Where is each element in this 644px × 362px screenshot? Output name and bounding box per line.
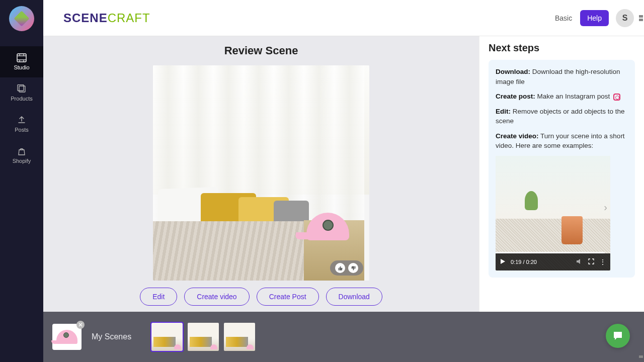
bag-icon — [17, 147, 26, 156]
step-create-post: Create post: Make an Instagram post — [496, 92, 628, 102]
remove-product-button[interactable] — [76, 321, 85, 329]
step-edit: Edit: Remove objects or add objects to t… — [496, 107, 628, 126]
header: SCENECRAFT Basic Help S — [0, 0, 644, 36]
download-button[interactable]: Download — [326, 288, 382, 306]
wordmark: SCENECRAFT — [63, 11, 150, 25]
right-panel: Next steps Download: Download the high-r… — [479, 36, 644, 312]
svg-rect-7 — [19, 86, 25, 92]
upload-icon — [17, 116, 26, 125]
step-download: Download: Download the high-resolution i… — [496, 67, 628, 86]
fullscreen-icon — [588, 258, 594, 264]
svg-rect-8 — [18, 85, 24, 91]
nav-label: Shopify — [13, 158, 31, 164]
play-icon — [500, 258, 506, 264]
nav-shopify[interactable]: Shopify — [0, 140, 43, 171]
scrollbar-down-icon[interactable] — [639, 355, 643, 358]
product-thumbnail[interactable] — [52, 324, 82, 350]
thumbs-down-button[interactable] — [348, 263, 358, 273]
scrollbar-up-icon[interactable] — [639, 15, 643, 21]
chat-icon — [612, 330, 624, 342]
volume-button[interactable] — [576, 258, 583, 265]
chat-button[interactable] — [606, 324, 630, 348]
scene-preview — [153, 65, 369, 281]
left-nav: Studio Products Posts Shopify — [0, 0, 43, 362]
nav-studio[interactable]: Studio — [0, 46, 43, 77]
action-row: Edit Create video Create Post Download — [140, 288, 382, 306]
scene-thumb-1[interactable] — [151, 323, 183, 351]
rating-pill — [330, 260, 363, 276]
scene-thumb-3[interactable] — [224, 323, 255, 351]
example-video[interactable]: › 0:19 / 0:20 ⋮ — [496, 156, 610, 270]
volume-icon — [576, 258, 583, 264]
center-panel: Review Scene Edit Create video — [43, 36, 479, 312]
avatar[interactable]: S — [616, 9, 634, 27]
fullscreen-button[interactable] — [588, 258, 594, 265]
thumbs-up-button[interactable] — [335, 263, 345, 273]
plan-label[interactable]: Basic — [555, 14, 572, 22]
nav-posts[interactable]: Posts — [0, 109, 43, 140]
steps-card: Download: Download the high-resolution i… — [489, 60, 635, 278]
content: Review Scene Edit Create video — [43, 36, 644, 312]
edit-button[interactable]: Edit — [140, 288, 177, 306]
nav-label: Studio — [14, 64, 29, 70]
video-next-icon[interactable]: › — [604, 202, 607, 213]
scene-thumb-2[interactable] — [188, 323, 219, 351]
nav-products[interactable]: Products — [0, 77, 43, 109]
bottom-bar: My Scenes — [43, 312, 644, 362]
close-icon — [78, 323, 83, 327]
right-panel-title: Next steps — [489, 42, 635, 54]
page-title: Review Scene — [224, 44, 298, 57]
instagram-icon — [613, 94, 620, 101]
video-menu-button[interactable]: ⋮ — [599, 258, 606, 266]
film-icon — [17, 53, 27, 62]
scenes-label: My Scenes — [92, 332, 131, 341]
video-time: 0:19 / 0:20 — [511, 259, 537, 265]
thumbs-down-icon — [351, 265, 356, 271]
video-controls: 0:19 / 0:20 ⋮ — [496, 253, 610, 270]
thumbs-up-icon — [338, 265, 343, 271]
create-video-button[interactable]: Create video — [184, 288, 249, 306]
play-button[interactable] — [500, 258, 506, 265]
nav-label: Posts — [15, 127, 29, 133]
nav-label: Products — [11, 96, 32, 102]
help-button[interactable]: Help — [580, 10, 609, 26]
svg-rect-0 — [17, 54, 26, 62]
step-create-video: Create video: Turn your scene into a sho… — [496, 131, 628, 151]
app-logo-icon — [9, 6, 34, 31]
copy-icon — [17, 84, 27, 94]
create-post-button[interactable]: Create Post — [257, 288, 319, 306]
